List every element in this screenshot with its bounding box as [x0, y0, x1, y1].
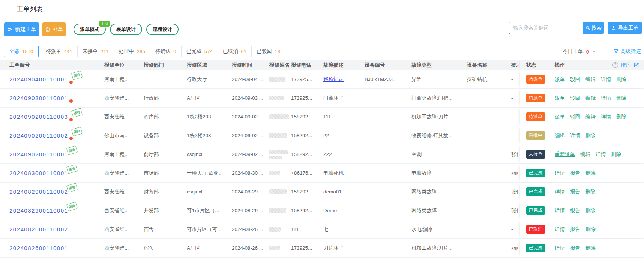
order-id-link[interactable]: 2024082900110001: [9, 207, 68, 214]
cell-device-name: [467, 89, 511, 107]
edit-columns-icon[interactable]: [633, 62, 639, 68]
action-link[interactable]: 删除: [611, 151, 621, 158]
action-link[interactable]: 删除: [616, 95, 626, 102]
action-link[interactable]: 详情: [596, 151, 606, 158]
action-link[interactable]: 详情: [555, 226, 565, 233]
table-header-row: 工单编号报修单位报修部门报修区域报修时间报修姓名报修电话故障描述设备编号故障类型…: [0, 60, 644, 70]
mode-pill[interactable]: 流程设计: [146, 24, 179, 35]
cell-report-dept: 财务部: [144, 183, 187, 201]
new-order-button[interactable]: 新建工单: [4, 22, 39, 36]
table-row: 2024082900110001催办西安雀维...开发部可1市片区（...202…: [0, 201, 644, 220]
export-orders-button[interactable]: 导出工单: [608, 22, 642, 34]
cell-device-no: [365, 89, 411, 107]
action-link[interactable]: 删除: [616, 114, 626, 120]
search-input[interactable]: [509, 22, 583, 34]
action-link[interactable]: 删除: [585, 132, 596, 139]
mode-pill[interactable]: 派单模式手动: [74, 24, 106, 35]
cell-fault-type: 机加工故障:刀片...: [411, 239, 467, 257]
order-id-link[interactable]: 2024082600110002: [9, 226, 68, 232]
cell-report-phone: 173925...: [291, 89, 323, 107]
technician-name: -: [511, 226, 518, 232]
action-link[interactable]: 删除: [616, 76, 626, 83]
action-link[interactable]: 派单: [555, 114, 565, 120]
masked-name: [269, 77, 285, 82]
search-button[interactable]: 搜索: [583, 22, 604, 34]
mode-pill[interactable]: 表单设计: [110, 24, 142, 35]
cell-fault-desc: Demo: [323, 201, 365, 220]
technician-name: -: [511, 95, 518, 101]
col-header: 报修时间: [232, 60, 269, 70]
table-row: 2024082600110002西安雀维...宿舍可市片区（可...2024-0…: [0, 220, 644, 239]
cell-report-area: A厂区: [187, 239, 232, 257]
supplement-order-button[interactable]: 补单: [42, 22, 66, 36]
action-link[interactable]: 编辑: [580, 151, 590, 158]
cell-report-unit: 西安雀维...: [104, 183, 144, 201]
action-link[interactable]: 详情: [555, 245, 565, 252]
technician-name: 张伟: [511, 207, 518, 214]
mode-pill-label: 派单模式: [80, 26, 99, 33]
action-link[interactable]: 报告: [570, 207, 580, 214]
order-id-link[interactable]: 2024082600110001: [9, 245, 68, 251]
action-link[interactable]: 编辑: [555, 132, 565, 139]
row-actions: 详情报告删除: [555, 201, 644, 220]
status-tab[interactable]: 待确认·0: [150, 46, 182, 57]
order-id-link[interactable]: 2024090200110003: [9, 114, 68, 120]
status-tab[interactable]: 已驳回·18: [251, 46, 285, 57]
search-icon: [585, 25, 590, 30]
col-header-actions: 操作: [555, 62, 565, 69]
row-actions: 派单驳回编辑详情删除: [555, 70, 644, 88]
status-tab[interactable]: 已完成·574: [181, 46, 218, 57]
action-link[interactable]: 编辑: [585, 95, 596, 102]
action-link[interactable]: 驳回: [570, 95, 580, 102]
cell-report-name: [269, 126, 291, 145]
order-id-link[interactable]: 2024090300110001: [9, 95, 68, 101]
action-link[interactable]: 删除: [585, 170, 596, 177]
cell-device-name: [467, 183, 511, 201]
help-icon[interactable]: ?: [612, 62, 618, 68]
col-header: 报修区域: [187, 60, 232, 70]
status-tab[interactable]: 处理中·265: [114, 46, 151, 57]
action-link[interactable]: 删除: [585, 226, 596, 233]
status-tab[interactable]: 全部·1570: [4, 46, 39, 57]
order-id-link[interactable]: 2024090400110001: [9, 76, 68, 82]
order-id-link[interactable]: 2024090200110002: [9, 132, 68, 139]
action-link[interactable]: 报告: [570, 189, 580, 195]
action-link[interactable]: 详情: [601, 76, 611, 83]
action-link[interactable]: 详情: [555, 189, 565, 195]
cell-device-name: [467, 108, 511, 126]
order-id-link[interactable]: 2024090200110001: [9, 151, 68, 157]
cell-report-area: 1栋2楼203: [187, 108, 232, 126]
inspection-record-link[interactable]: 巡检记录: [323, 76, 344, 83]
action-link[interactable]: 重新派单: [555, 151, 575, 158]
status-tab[interactable]: 待派单·441: [41, 46, 78, 57]
action-link[interactable]: 报告: [570, 170, 580, 177]
action-link[interactable]: 派单: [555, 95, 565, 102]
cell-report-phone: 158292...: [291, 126, 323, 145]
action-link[interactable]: 驳回: [570, 114, 580, 120]
action-link[interactable]: 报告: [570, 245, 580, 252]
sort-button[interactable]: 排序: [621, 62, 631, 69]
action-link[interactable]: 删除: [585, 207, 596, 214]
action-link[interactable]: 详情: [601, 114, 611, 120]
action-link[interactable]: 驳回: [570, 76, 580, 83]
cell-report-unit: 佛山市南...: [104, 126, 144, 145]
action-link[interactable]: 报告: [570, 226, 580, 233]
masked-name: [269, 150, 288, 154]
action-link[interactable]: 编辑: [585, 76, 596, 83]
order-id-link[interactable]: 2024082900110002: [9, 189, 68, 195]
action-link[interactable]: 删除: [585, 189, 596, 195]
status-tab[interactable]: 未接单·211: [77, 46, 114, 57]
action-link[interactable]: 删除: [585, 245, 596, 252]
action-link[interactable]: 详情: [555, 207, 565, 214]
action-link[interactable]: 详情: [601, 95, 611, 102]
status-tab[interactable]: 已取消·61: [218, 46, 252, 57]
action-link[interactable]: 派单: [555, 76, 565, 83]
action-link[interactable]: 详情: [555, 170, 565, 177]
row-fixed-panel: 待派单派单驳回编辑详情删除: [520, 108, 644, 126]
advanced-filter-button[interactable]: 高级筛选: [614, 48, 641, 55]
action-link[interactable]: 详情: [570, 132, 580, 139]
status-tabs: 全部·1570待派单·441未接单·211处理中·265待确认·0已完成·574…: [4, 46, 285, 57]
action-link[interactable]: 编辑: [585, 114, 596, 120]
today-orders[interactable]: 今日工单: 0: [563, 48, 596, 55]
order-id-link[interactable]: 2024083000110001: [9, 170, 68, 176]
